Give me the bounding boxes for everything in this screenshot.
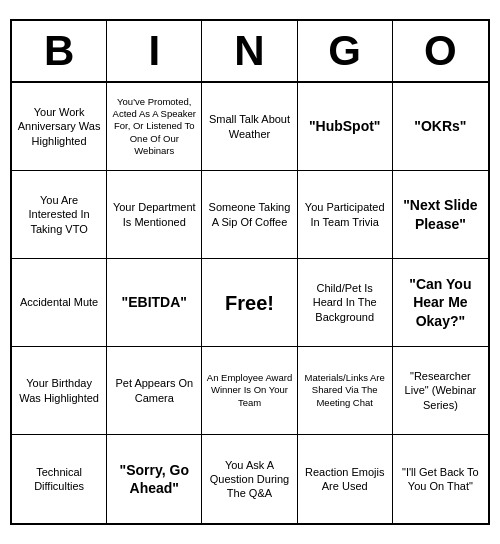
bingo-cell-7[interactable]: Someone Taking A Sip Of Coffee [202, 171, 297, 259]
bingo-letter-i: I [107, 21, 202, 81]
bingo-cell-0[interactable]: Your Work Anniversary Was Highlighted [12, 83, 107, 171]
bingo-cell-1[interactable]: You've Promoted, Acted As A Speaker For,… [107, 83, 202, 171]
bingo-cell-11[interactable]: "EBITDA" [107, 259, 202, 347]
bingo-card: BINGO Your Work Anniversary Was Highligh… [10, 19, 490, 525]
bingo-cell-10[interactable]: Accidental Mute [12, 259, 107, 347]
bingo-cell-8[interactable]: You Participated In Team Trivia [298, 171, 393, 259]
bingo-cell-17[interactable]: An Employee Award Winner Is On Your Team [202, 347, 297, 435]
bingo-letter-g: G [298, 21, 393, 81]
bingo-cell-2[interactable]: Small Talk About Weather [202, 83, 297, 171]
bingo-cell-19[interactable]: "Researcher Live" (Webinar Series) [393, 347, 488, 435]
bingo-cell-6[interactable]: Your Department Is Mentioned [107, 171, 202, 259]
bingo-cell-13[interactable]: Child/Pet Is Heard In The Background [298, 259, 393, 347]
bingo-cell-5[interactable]: You Are Interested In Taking VTO [12, 171, 107, 259]
bingo-grid: Your Work Anniversary Was HighlightedYou… [12, 83, 488, 523]
bingo-cell-9[interactable]: "Next Slide Please" [393, 171, 488, 259]
bingo-header: BINGO [12, 21, 488, 83]
bingo-letter-o: O [393, 21, 488, 81]
bingo-cell-14[interactable]: "Can You Hear Me Okay?" [393, 259, 488, 347]
bingo-cell-16[interactable]: Pet Appears On Camera [107, 347, 202, 435]
bingo-cell-3[interactable]: "HubSpot" [298, 83, 393, 171]
bingo-cell-23[interactable]: Reaction Emojis Are Used [298, 435, 393, 523]
bingo-cell-20[interactable]: Technical Difficulties [12, 435, 107, 523]
bingo-cell-22[interactable]: You Ask A Question During The Q&A [202, 435, 297, 523]
bingo-cell-18[interactable]: Materials/Links Are Shared Via The Meeti… [298, 347, 393, 435]
bingo-letter-n: N [202, 21, 297, 81]
bingo-cell-4[interactable]: "OKRs" [393, 83, 488, 171]
bingo-letter-b: B [12, 21, 107, 81]
bingo-cell-12[interactable]: Free! [202, 259, 297, 347]
bingo-cell-15[interactable]: Your Birthday Was Highlighted [12, 347, 107, 435]
bingo-cell-21[interactable]: "Sorry, Go Ahead" [107, 435, 202, 523]
bingo-cell-24[interactable]: "I'll Get Back To You On That" [393, 435, 488, 523]
